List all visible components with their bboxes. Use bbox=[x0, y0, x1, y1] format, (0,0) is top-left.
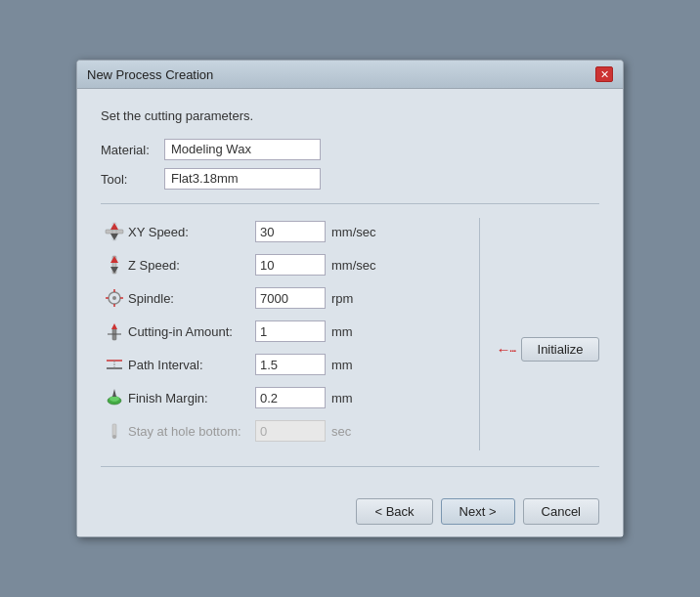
spindle-row: Spindle: rpm bbox=[101, 284, 463, 312]
cutting-in-label: Cutting-in Amount: bbox=[128, 324, 255, 339]
spindle-icon bbox=[104, 287, 125, 309]
finish-margin-icon-container bbox=[101, 387, 128, 408]
cutting-in-row: Cutting-in Amount: mm bbox=[101, 318, 463, 345]
xy-speed-icon-container bbox=[101, 221, 128, 242]
stay-at-hole-unit: sec bbox=[331, 424, 375, 439]
svg-point-23 bbox=[112, 435, 116, 439]
svg-marker-21 bbox=[112, 389, 116, 397]
material-label: Material: bbox=[101, 143, 164, 157]
z-speed-input[interactable] bbox=[255, 254, 326, 276]
initialize-button[interactable]: Initialize bbox=[521, 337, 599, 362]
cutting-in-icon-container bbox=[101, 320, 128, 342]
svg-point-8 bbox=[112, 296, 116, 300]
material-value: Modeling Wax bbox=[164, 139, 321, 160]
spindle-unit: rpm bbox=[331, 291, 375, 306]
z-speed-icon bbox=[104, 254, 125, 276]
finish-margin-row: Finish Margin: mm bbox=[101, 384, 463, 411]
z-speed-unit: mm/sec bbox=[331, 258, 375, 273]
params-area: XY Speed: mm/sec Z Speed: m bbox=[101, 218, 599, 450]
params-left: XY Speed: mm/sec Z Speed: m bbox=[101, 218, 463, 450]
xy-speed-input[interactable] bbox=[255, 221, 326, 242]
svg-marker-14 bbox=[111, 323, 117, 329]
tool-row: Tool: Flat3.18mm bbox=[101, 168, 599, 190]
material-row: Material: Modeling Wax bbox=[101, 139, 599, 160]
svg-rect-15 bbox=[108, 333, 121, 335]
xy-speed-label: XY Speed: bbox=[128, 225, 255, 239]
svg-marker-6 bbox=[110, 267, 118, 274]
finish-margin-icon bbox=[104, 387, 125, 408]
divider-bottom bbox=[101, 466, 599, 467]
xy-speed-row: XY Speed: mm/sec bbox=[101, 218, 463, 245]
path-interval-unit: mm bbox=[331, 358, 375, 372]
xy-speed-unit: mm/sec bbox=[331, 225, 375, 239]
svg-marker-1 bbox=[110, 223, 118, 230]
stay-at-hole-row: Stay at hole bottom: sec bbox=[101, 417, 463, 445]
path-interval-input[interactable] bbox=[255, 354, 326, 375]
spindle-label: Spindle: bbox=[128, 291, 255, 306]
stay-at-hole-icon-container bbox=[101, 420, 128, 442]
arrow-dots-icon: ←··· bbox=[496, 341, 515, 358]
stay-at-hole-input bbox=[255, 420, 326, 442]
path-interval-icon-container bbox=[101, 354, 128, 375]
dialog-body: Set the cutting parameters. Material: Mo… bbox=[77, 89, 623, 487]
finish-margin-unit: mm bbox=[331, 391, 375, 405]
svg-marker-2 bbox=[110, 234, 118, 240]
path-interval-label: Path Interval: bbox=[128, 358, 255, 372]
back-button[interactable]: < Back bbox=[356, 498, 432, 525]
svg-marker-5 bbox=[110, 256, 118, 263]
close-icon: ✕ bbox=[600, 69, 609, 80]
path-interval-icon bbox=[104, 354, 125, 375]
vertical-divider bbox=[479, 218, 480, 450]
cutting-in-unit: mm bbox=[331, 324, 375, 339]
xy-speed-icon bbox=[104, 221, 125, 242]
close-button[interactable]: ✕ bbox=[595, 66, 613, 82]
z-speed-row: Z Speed: mm/sec bbox=[101, 251, 463, 278]
dialog-footer: < Back Next > Cancel bbox=[77, 487, 623, 536]
cancel-button[interactable]: Cancel bbox=[523, 498, 599, 525]
divider-top bbox=[101, 203, 599, 204]
path-interval-row: Path Interval: mm bbox=[101, 351, 463, 378]
spindle-icon-container bbox=[101, 287, 128, 309]
params-right: ←··· Initialize bbox=[496, 218, 599, 450]
dialog-title: New Process Creation bbox=[87, 67, 213, 82]
svg-rect-0 bbox=[106, 230, 123, 234]
stay-at-hole-icon bbox=[104, 420, 125, 442]
tool-label: Tool: bbox=[101, 172, 164, 187]
subtitle-text: Set the cutting parameters. bbox=[101, 108, 599, 123]
z-speed-icon-container bbox=[101, 254, 128, 276]
spindle-input[interactable] bbox=[255, 287, 326, 309]
z-speed-label: Z Speed: bbox=[128, 258, 255, 273]
initialize-area: ←··· Initialize bbox=[496, 337, 599, 362]
next-button[interactable]: Next > bbox=[441, 498, 515, 525]
tool-value: Flat3.18mm bbox=[164, 168, 321, 190]
title-bar: New Process Creation ✕ bbox=[77, 61, 623, 89]
stay-at-hole-label: Stay at hole bottom: bbox=[128, 424, 255, 439]
cutting-in-input[interactable] bbox=[255, 320, 326, 342]
dialog-window: New Process Creation ✕ Set the cutting p… bbox=[76, 60, 624, 537]
finish-margin-label: Finish Margin: bbox=[128, 391, 255, 405]
cutting-in-icon bbox=[104, 320, 125, 342]
finish-margin-input[interactable] bbox=[255, 387, 326, 408]
